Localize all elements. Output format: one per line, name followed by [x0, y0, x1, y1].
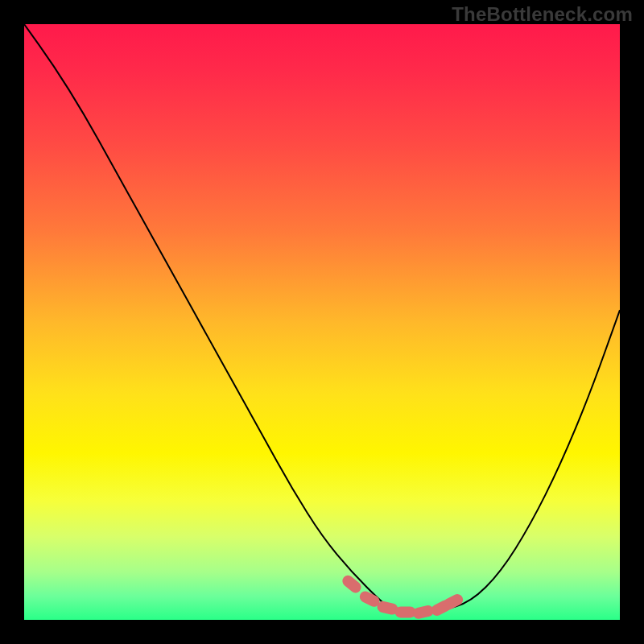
- watermark-label: TheBottleneck.com: [452, 3, 633, 26]
- marker-point: [395, 606, 416, 617]
- chart-frame: TheBottleneck.com: [0, 0, 644, 644]
- gradient-background: [24, 24, 620, 620]
- plot-area: [24, 24, 620, 620]
- chart-svg: [24, 24, 620, 620]
